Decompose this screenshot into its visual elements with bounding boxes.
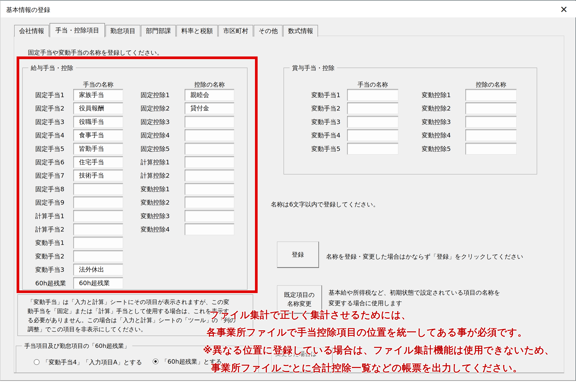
field-label: 変動控除4 [422,129,451,141]
rename-default-items-button[interactable]: 既定項目の 名称変更 [277,285,322,314]
bonus-deduction-header: 控除の名称 [465,80,517,89]
salary-allowance-input-3[interactable] [73,116,123,128]
rename-default-items-label-line1: 既定項目の [284,290,315,299]
field-label: 変動手当2 [311,103,341,114]
salary-calc-deduction-input-1[interactable] [185,156,234,168]
register-button-label: 登録 [292,250,304,259]
field-label: 変動控除5 [422,143,451,155]
salary-over60h-input[interactable] [73,277,123,289]
window-title: 基本情報の登録 [6,6,50,14]
salary-variable-deduction-input-3[interactable] [185,210,234,222]
field-label: 固定控除1 [141,89,170,101]
obscured-change-note-control[interactable]: 変更した場合は [271,348,333,372]
screen: 基本情報の登録 ✕ 会社情報 手当・控除項目 勤怠項目 部門部課 料率と税額 市… [0,0,576,392]
salary-variable-allowance-input-2[interactable] [73,250,123,262]
bonus-deduction-input-1[interactable] [465,89,517,101]
salary-allowance-input-9[interactable] [73,197,123,208]
salary-variable-allowance-input-1[interactable] [73,237,123,249]
salary-variable-deduction-input-1[interactable] [185,183,234,195]
field-label: 固定手当3 [35,116,64,128]
tab-company-info[interactable]: 会社情報 [14,25,49,37]
field-label: 変動手当3 [311,116,341,128]
over60h-group-title: 手当項目及び勤怠項目の「60h超残業」 [22,342,132,350]
field-label: 変動控除4 [141,223,170,235]
tab-bar: 会社情報 手当・控除項目 勤怠項目 部門部課 料率と税額 市区町村 その他 数式… [14,23,318,37]
tab-attendance-items[interactable]: 勤怠項目 [106,25,140,37]
radio-variable-allowance4[interactable] [34,359,39,365]
field-label: 固定控除5 [141,143,170,155]
salary-deduction-input-5[interactable] [185,143,234,155]
field-label: 計算手当1 [35,210,64,222]
field-label: 変動控除3 [141,210,170,222]
salary-calc-allowance-input-1[interactable] [73,210,123,222]
rename-default-items-label-line2: 名称変更 [287,299,312,308]
bonus-deduction-input-5[interactable] [465,143,517,155]
tab-other[interactable]: その他 [254,25,283,37]
radio-variable-allowance4-label[interactable]: 「変動手当4」「入力項目A」とする [43,358,142,366]
salary-allowance-input-8[interactable] [73,183,123,195]
bonus-allowance-input-1[interactable] [347,89,398,101]
salary-deduction-input-2[interactable] [185,103,234,114]
salary-allowance-input-5[interactable] [73,143,123,155]
rename-description-line2: 変更する場合に使用します [328,298,500,308]
salary-allowance-input-1[interactable] [73,89,123,101]
note-line: 動手当を「固定」または「計算」手当として使用する場合は、これを表示す [28,307,253,316]
salary-allowance-header: 手当の名称 [73,80,123,89]
tab-rates-and-tax[interactable]: 料率と税額 [176,25,218,37]
bonus-allowance-header: 手当の名称 [347,80,398,89]
salary-variable-deduction-input-4[interactable] [185,223,234,235]
bonus-allowance-input-3[interactable] [347,116,398,128]
field-label: 変動控除3 [422,116,451,128]
register-description: 名称を登録・変更した場合はかならず「登録」をクリックしてください [326,251,523,262]
field-label: 変動手当2 [35,250,64,262]
salary-variable-allowance-input-3[interactable] [73,264,123,275]
bonus-deduction-input-4[interactable] [465,129,517,141]
bonus-allowance-input-2[interactable] [347,103,398,114]
salary-calc-allowance-input-2[interactable] [73,223,123,235]
note-line: 調整」でこの項目を非表示にしてください。 [28,325,253,334]
bonus-deduction-input-3[interactable] [465,116,517,128]
field-label: 60h超残業 [35,277,66,289]
salary-calc-deduction-input-2[interactable] [185,170,234,181]
bonus-allowance-input-4[interactable] [347,129,398,141]
field-label: 変動手当1 [311,89,341,101]
salary-allowance-input-6[interactable] [73,156,123,168]
salary-allowance-input-7[interactable] [73,170,123,181]
field-label: 固定手当1 [35,89,64,101]
field-label: 変動控除1 [141,183,170,195]
rename-description-line1: 基本給や所得税など、初期状態で設定されている項目の名称を [328,287,500,298]
name-length-note: 名称は6文字以内で登録してください。 [271,200,379,209]
bonus-allowance-input-5[interactable] [347,143,398,155]
salary-deduction-input-3[interactable] [185,116,234,128]
tab-departments[interactable]: 部門部課 [141,25,176,37]
field-label: 変動控除2 [422,103,451,114]
field-label: 固定控除4 [141,129,170,141]
salary-variable-deduction-input-2[interactable] [185,197,234,208]
radio-over60h-label[interactable]: 「60h超残業」とする [161,358,222,366]
register-button[interactable]: 登録 [277,242,319,268]
field-label: 計算控除1 [141,156,170,168]
field-label: 固定手当9 [35,197,64,208]
field-label: 変動控除2 [141,197,170,208]
salary-deduction-input-4[interactable] [185,129,234,141]
field-label: 固定手当6 [35,156,64,168]
tab-municipalities[interactable]: 市区町村 [218,25,253,37]
field-label: 変動手当1 [35,237,64,249]
radio-over60h[interactable] [153,359,158,364]
salary-deduction-input-1[interactable] [185,89,234,101]
tab-allowance-deduction-items[interactable]: 手当・控除項目 [50,23,105,37]
note-line: 「変動手当」は「入力と計算」シートにその項目が表示されますが、この変 [28,297,253,307]
field-label: 変動手当3 [35,264,64,275]
salary-deduction-header: 控除の名称 [185,80,234,89]
salary-allowance-input-2[interactable] [73,103,123,114]
tab-formula-info[interactable]: 数式情報 [283,25,318,37]
dialog-basic-info-registration: 基本情報の登録 ✕ 会社情報 手当・控除項目 勤怠項目 部門部課 料率と税額 市… [0,0,576,381]
bonus-deduction-input-2[interactable] [465,103,517,114]
close-icon[interactable]: ✕ [557,4,570,15]
variable-allowance-note: 「変動手当」は「入力と計算」シートにその項目が表示されますが、この変 動手当を「… [17,294,253,336]
salary-allowance-input-4[interactable] [73,129,123,141]
field-label: 計算手当2 [35,223,64,235]
salary-group-title: 給与手当・控除 [28,64,76,72]
field-label: 固定手当4 [35,129,64,141]
field-label: 固定手当8 [35,183,64,195]
